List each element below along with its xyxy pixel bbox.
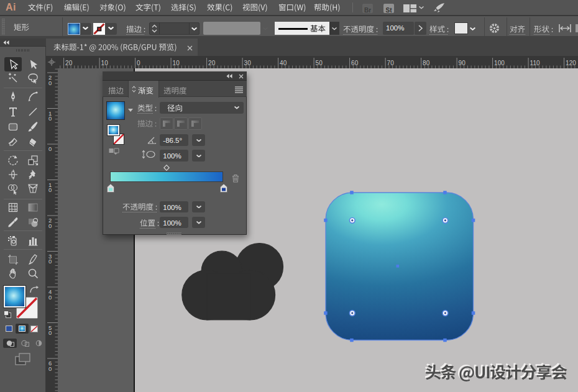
svg-text:70: 70 [387, 60, 395, 66]
svg-text:0: 0 [137, 60, 140, 66]
svg-text:0: 0 [48, 222, 52, 229]
svg-text:80: 80 [423, 60, 430, 66]
svg-text:50: 50 [316, 60, 323, 66]
svg-text:40: 40 [280, 60, 287, 66]
svg-text:0: 0 [48, 145, 52, 152]
svg-text:20: 20 [65, 60, 73, 66]
svg-text:10: 10 [101, 60, 109, 66]
svg-text:0: 0 [48, 115, 52, 122]
svg-text:120: 120 [566, 60, 576, 66]
svg-text:0: 0 [48, 186, 52, 193]
svg-text:100: 100 [494, 60, 505, 66]
svg-text:90: 90 [459, 60, 466, 66]
svg-text:0: 0 [48, 258, 52, 265]
svg-text:0: 0 [48, 365, 52, 372]
svg-text:0: 0 [48, 329, 52, 336]
svg-text:0: 0 [48, 80, 52, 86]
svg-text:10: 10 [173, 60, 180, 66]
svg-text:110: 110 [530, 60, 540, 66]
svg-text:60: 60 [351, 60, 359, 66]
svg-text:20: 20 [208, 60, 216, 66]
svg-text:30: 30 [244, 60, 252, 66]
svg-text:0: 0 [48, 294, 52, 301]
